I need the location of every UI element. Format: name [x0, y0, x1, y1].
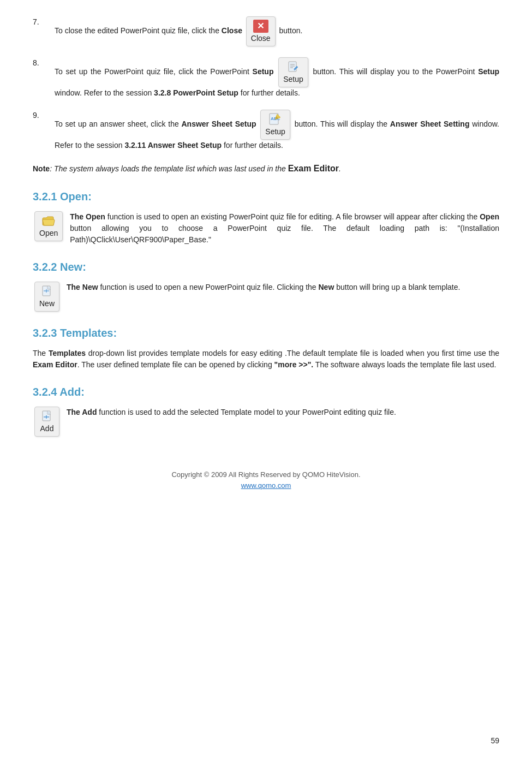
section-3-2-1-heading: 3.2.1 Open: [33, 188, 499, 205]
answer-sheet-setting-label: Answer Sheet Setting [390, 120, 470, 128]
list-item-8: 8. To set up the PowerPoint quiz file, c… [33, 57, 499, 99]
add-button-label: Add [40, 423, 54, 434]
note-label: Note [33, 164, 50, 173]
more-link-label: "more >>". [274, 360, 314, 369]
setup-button-label: Setup [283, 74, 303, 85]
section-3-2-4-heading: 3.2.4 Add: [33, 384, 499, 400]
section-3-2-3-text: The Templates drop-down list provides te… [33, 348, 499, 371]
svg-rect-0 [289, 62, 296, 71]
new-inline-label: New [319, 283, 334, 291]
add-btn-container: Add [34, 407, 59, 437]
numbered-list: 7. To close the edited PowerPoint quiz f… [33, 16, 499, 151]
item-content-7: To close the edited PowerPoint quiz file… [55, 16, 499, 46]
section-3-2-2-heading: 3.2.2 New: [33, 259, 499, 275]
setup-button-image: Setup [278, 57, 308, 87]
add-text-label: The Add [67, 408, 97, 416]
section-3-2-4-text: The Add function is used to add the sele… [67, 407, 499, 418]
item-content-8: To set up the PowerPoint quiz file, clic… [55, 57, 499, 99]
abc-setup-icon: ABC [268, 113, 283, 126]
abc-setup-button-label: Setup [265, 126, 285, 138]
setup-label-2: Setup [478, 67, 499, 76]
new-btn-container: New [34, 282, 59, 312]
section-3-2-4-content: Add The Add function is used to add the … [33, 407, 499, 437]
note-italic: : The system always loads the template l… [50, 164, 288, 173]
templates-label: Templates [49, 349, 86, 357]
section-3-2-3: 3.2.3 Templates: The Templates drop-down… [33, 325, 499, 371]
item-number-7: 7. [33, 16, 55, 28]
open-btn-container: Open [34, 211, 63, 241]
new-button-label: New [39, 298, 55, 309]
setup-label: Setup [253, 67, 274, 76]
list-item-7: 7. To close the edited PowerPoint quiz f… [33, 16, 499, 46]
add-button-image: Add [33, 407, 61, 437]
section-3-2-1-content: Open The Open function is used to open a… [33, 211, 499, 246]
note-end: . [339, 164, 341, 173]
new-icon [39, 285, 55, 298]
section-3-2-3-heading: 3.2.3 Templates: [33, 325, 499, 341]
close-button-label: Close [251, 33, 271, 44]
list-item-9: 9. To set up an answer sheet, click the … [33, 110, 499, 151]
copyright-text: Copyright © 2009 All Rights Reserved by … [33, 469, 499, 480]
section-3-2-1: 3.2.1 Open: Open The Open function is us… [33, 188, 499, 246]
item-number-8: 8. [33, 57, 55, 69]
new-button-image: New [33, 282, 61, 312]
item-number-9: 9. [33, 110, 55, 121]
note-block: Note: The system always loads the templa… [33, 162, 499, 175]
close-icon: ✕ [253, 20, 268, 33]
section-3-2-2: 3.2.2 New: New [33, 259, 499, 312]
answer-sheet-label: Answer Sheet Setup [181, 120, 256, 128]
page-number: 59 [491, 735, 499, 747]
section-3-2-1-text: The Open function is used to open an exi… [70, 211, 499, 246]
section-3-2-4: 3.2.4 Add: Add [33, 384, 499, 437]
open-icon [41, 214, 56, 228]
footer: Copyright © 2009 All Rights Reserved by … [33, 469, 499, 491]
section-ref-9: 3.2.11 Answer Sheet Setup [124, 141, 222, 150]
open-button-image: Open [33, 211, 64, 241]
add-icon [39, 410, 55, 423]
setup-icon [285, 61, 301, 74]
item-content-9: To set up an answer sheet, click the Ans… [55, 110, 499, 151]
open-inline-label: Open [480, 212, 499, 221]
exam-editor-large: Exam Editor [288, 164, 339, 173]
website-link[interactable]: www.qomo.com [241, 481, 291, 490]
close-button-image: ✕ Close [246, 16, 276, 46]
exam-editor-ref-1: Exam Editor [33, 360, 77, 369]
open-text-label: The Open [70, 212, 105, 221]
section-3-2-2-text: The New function is used to open a new P… [67, 282, 499, 293]
open-button-label: Open [39, 228, 58, 239]
abc-setup-button-image: ABC Setup [260, 110, 290, 140]
close-label: Close [222, 26, 242, 35]
section-ref-8: 3.2.8 PowerPoint Setup [154, 88, 238, 97]
section-3-2-2-content: New The New function is used to open a n… [33, 282, 499, 312]
new-text-label: The New [67, 283, 98, 291]
